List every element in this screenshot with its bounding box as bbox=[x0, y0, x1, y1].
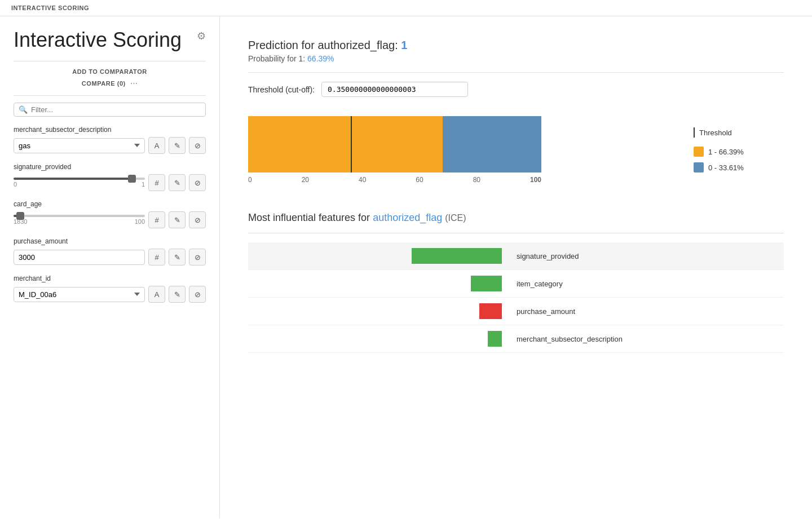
bar-chart-inner: 0 20 40 60 80 100 bbox=[248, 116, 541, 184]
bar-left-area-signature bbox=[248, 248, 508, 264]
feature-control-row-signature-provided: 0 1 # ✎ ⊘ bbox=[14, 174, 206, 191]
influential-divider bbox=[248, 233, 784, 233]
bar-track bbox=[248, 116, 541, 172]
legend-swatch-1 bbox=[694, 147, 704, 157]
merchant-id-dropdown[interactable]: M_ID_00a6 bbox=[14, 287, 145, 302]
feature-label-merchant-id: merchant_id bbox=[14, 275, 206, 282]
signature-slider-container: 0 1 bbox=[14, 178, 145, 188]
bar-left-area-purchase-amount bbox=[248, 303, 508, 319]
purchase-hash-btn[interactable]: # bbox=[148, 249, 165, 266]
threshold-label: Threshold (cut-off): bbox=[248, 85, 315, 94]
card-age-max-label: 100 bbox=[135, 218, 145, 225]
card-age-slider-thumb[interactable] bbox=[16, 212, 24, 220]
card-age-slider-container: 1830 100 bbox=[14, 215, 145, 225]
bar-left-area-item-category bbox=[248, 276, 508, 291]
feature-block-merchant-subsector: merchant_subsector_description gas groce… bbox=[14, 126, 206, 154]
card-age-edit-btn[interactable]: ✎ bbox=[169, 211, 186, 228]
legend-threshold-row: Threshold bbox=[694, 127, 784, 138]
x-axis: 0 20 40 60 80 100 bbox=[248, 176, 541, 184]
threshold-row: Threshold (cut-off): bbox=[248, 82, 784, 97]
prediction-prob: Probability for 1: 66.39% bbox=[248, 54, 784, 63]
chart-area: 0 20 40 60 80 100 Threshold bbox=[248, 110, 784, 189]
bar-visual-item-category bbox=[471, 276, 502, 291]
legend-swatch-0 bbox=[694, 162, 704, 172]
influential-feature-link-text: authorized_flag bbox=[373, 212, 442, 223]
influential-suffix: (ICE) bbox=[445, 213, 466, 223]
merchant-id-type-a-btn[interactable]: A bbox=[148, 286, 165, 303]
x-label-20: 20 bbox=[302, 176, 309, 184]
signature-slider-thumb[interactable] bbox=[128, 175, 136, 183]
prediction-prob-value: 66.39% bbox=[307, 54, 334, 63]
purchase-clear-btn[interactable]: ⊘ bbox=[189, 249, 206, 266]
feature-bar-row-merchant-subsector-desc: merchant_subsector_description bbox=[248, 325, 784, 353]
card-age-slider-labels: 1830 100 bbox=[14, 218, 145, 225]
compare-row: COMPARE (0) ··· bbox=[14, 78, 206, 89]
gear-button[interactable]: ⚙ bbox=[197, 30, 206, 42]
prediction-title: Prediction for authorized_flag: 1 bbox=[248, 39, 784, 52]
signature-hash-btn[interactable]: # bbox=[148, 174, 165, 191]
feature-block-purchase-amount: purchase_amount # ✎ ⊘ bbox=[14, 237, 206, 266]
bar-visual-merchant-subsector-desc bbox=[488, 331, 502, 347]
feature-control-row-merchant-id: M_ID_00a6 A ✎ ⊘ bbox=[14, 286, 206, 303]
filter-row: 🔍 bbox=[14, 103, 206, 117]
feature-control-row-merchant-subsector: gas grocery restaurant retail A ✎ ⊘ bbox=[14, 137, 206, 154]
feature-label-signature-provided: signature_provided bbox=[14, 163, 206, 171]
feature-block-signature-provided: signature_provided 0 1 # ✎ ⊘ bbox=[14, 163, 206, 191]
panel-header: Interactive Scoring ⚙ bbox=[14, 28, 206, 52]
signature-edit-btn[interactable]: ✎ bbox=[169, 174, 186, 191]
card-age-hash-btn[interactable]: # bbox=[148, 211, 165, 228]
card-age-slider-track bbox=[14, 215, 145, 217]
legend-threshold-line bbox=[694, 127, 695, 138]
feature-label-card-age: card_age bbox=[14, 200, 206, 208]
card-age-clear-btn[interactable]: ⊘ bbox=[189, 211, 206, 228]
signature-slider-fill bbox=[14, 178, 132, 180]
merchant-id-clear-btn[interactable]: ⊘ bbox=[189, 286, 206, 303]
left-panel: Interactive Scoring ⚙ ADD TO COMPARATOR … bbox=[0, 16, 220, 518]
signature-min-label: 0 bbox=[14, 181, 17, 188]
x-label-100: 100 bbox=[530, 176, 541, 184]
filter-divider bbox=[14, 95, 206, 96]
chart-container: 0 20 40 60 80 100 bbox=[248, 110, 671, 189]
prediction-title-prefix: Prediction for authorized_flag: bbox=[248, 39, 398, 51]
feature-bar-row-purchase-amount: purchase_amount bbox=[248, 298, 784, 325]
influential-prefix: Most influential features for bbox=[248, 212, 370, 223]
feature-name-item-category: item_category bbox=[508, 280, 563, 288]
signature-slider-labels: 0 1 bbox=[14, 181, 145, 188]
merchant-subsector-clear-btn[interactable]: ⊘ bbox=[189, 137, 206, 154]
feature-bar-row-item-category: item_category bbox=[248, 270, 784, 298]
feature-control-row-purchase-amount: # ✎ ⊘ bbox=[14, 249, 206, 266]
feature-name-signature: signature_provided bbox=[508, 252, 579, 260]
signature-slider-track bbox=[14, 178, 145, 180]
legend-item-1: 1 - 66.39% bbox=[694, 147, 784, 157]
comparator-section: ADD TO COMPARATOR COMPARE (0) ··· bbox=[14, 68, 206, 89]
add-comparator-button[interactable]: ADD TO COMPARATOR bbox=[14, 68, 206, 75]
filter-input[interactable] bbox=[31, 105, 201, 114]
feature-name-merchant-subsector-desc: merchant_subsector_description bbox=[508, 335, 623, 343]
more-options-button[interactable]: ··· bbox=[130, 78, 138, 89]
x-label-40: 40 bbox=[359, 176, 366, 184]
x-label-80: 80 bbox=[473, 176, 480, 184]
prediction-divider bbox=[248, 72, 784, 73]
signature-clear-btn[interactable]: ⊘ bbox=[189, 174, 206, 191]
compare-button[interactable]: COMPARE (0) bbox=[82, 80, 126, 87]
bar-visual-signature bbox=[412, 248, 502, 264]
bar-blue bbox=[443, 116, 541, 172]
bar-orange bbox=[248, 116, 443, 172]
purchase-edit-btn[interactable]: ✎ bbox=[169, 249, 186, 266]
main-layout: Interactive Scoring ⚙ ADD TO COMPARATOR … bbox=[0, 16, 812, 518]
threshold-input[interactable] bbox=[321, 82, 468, 97]
feature-label-purchase-amount: purchase_amount bbox=[14, 237, 206, 245]
signature-max-label: 1 bbox=[142, 181, 145, 188]
merchant-id-edit-btn[interactable]: ✎ bbox=[169, 286, 186, 303]
merchant-subsector-edit-btn[interactable]: ✎ bbox=[169, 137, 186, 154]
merchant-subsector-type-a-btn[interactable]: A bbox=[148, 137, 165, 154]
merchant-subsector-dropdown[interactable]: gas grocery restaurant retail bbox=[14, 138, 145, 153]
x-label-0: 0 bbox=[248, 176, 252, 184]
legend-label-1: 1 - 66.39% bbox=[708, 148, 744, 156]
top-bar: INTERACTIVE SCORING bbox=[0, 0, 812, 16]
purchase-amount-input[interactable] bbox=[14, 250, 145, 265]
threshold-line-chart bbox=[351, 116, 352, 172]
feature-bar-row-signature: signature_provided bbox=[248, 242, 784, 270]
feature-block-card-age: card_age 1830 100 # ✎ ⊘ bbox=[14, 200, 206, 228]
feature-control-row-card-age: 1830 100 # ✎ ⊘ bbox=[14, 211, 206, 228]
